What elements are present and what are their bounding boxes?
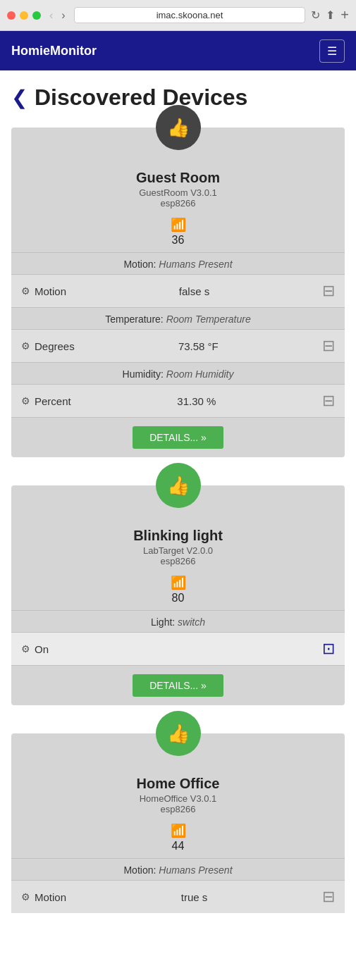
prop-name-motion-guest: Motion (35, 285, 66, 297)
details-btn-row-blinking: DETAILS... » (11, 665, 345, 705)
device-model-home-office: HomeOffice V3.0.1 (18, 793, 338, 804)
close-button[interactable] (7, 11, 16, 20)
device-header-blinking: Blinking light LabTarget V2.0.0 esp8266 (11, 521, 345, 571)
device-model-guest-room: GuestRoom V3.0.1 (18, 187, 338, 198)
section-em-temp-guest: Room Temperature (166, 314, 251, 325)
details-button-blinking[interactable]: DETAILS... » (133, 674, 223, 697)
device-chip-blinking: esp8266 (18, 556, 338, 566)
minimize-button[interactable] (20, 11, 28, 20)
thumbs-up-icon-blinking: 👍 (167, 475, 190, 497)
device-thumb-guest-room: 👍 (156, 105, 201, 150)
device-thumb-home-office: 👍 (156, 711, 201, 756)
traffic-lights (7, 11, 41, 20)
device-header-home-office: Home Office HomeOffice V3.0.1 esp8266 (11, 769, 345, 819)
fullscreen-button[interactable] (32, 11, 41, 20)
section-em-motion-office: Humans Present (159, 864, 232, 876)
device-thumb-blinking: 👍 (156, 463, 201, 508)
thumbs-up-icon-home-office: 👍 (167, 723, 190, 745)
new-tab-button[interactable]: + (340, 7, 349, 23)
device-model-blinking: LabTarget V2.0.0 (18, 545, 338, 556)
wifi-icon-blinking: 📶 (11, 575, 345, 590)
nav-buttons: ‹ › (47, 9, 68, 22)
prop-name-degrees-guest: Degrees (35, 340, 75, 352)
section-em-light-blinking: switch (178, 616, 205, 628)
prop-value-motion-guest: false s (179, 285, 209, 297)
prop-value-percent-guest: 31.30 % (177, 395, 216, 407)
page-content: ❮ Discovered Devices 👍 Guest Room GuestR… (0, 70, 356, 980)
device-card-home-office: 👍 Home Office HomeOffice V3.0.1 esp8266 … (11, 733, 345, 913)
prop-row-degrees-guest: ⚙ Degrees 73.58 °F ⊟ (11, 329, 345, 362)
device-name-guest-room: Guest Room (18, 170, 338, 186)
page-title: Discovered Devices (35, 85, 247, 111)
details-button-guest[interactable]: DETAILS... » (133, 426, 223, 449)
prop-row-motion-office: ⚙ Motion true s ⊟ (11, 880, 345, 913)
prop-left-on-blinking: ⚙ On (21, 643, 49, 655)
gear-icon-motion-guest[interactable]: ⚙ (21, 285, 30, 297)
toggle-motion-office[interactable]: ⊟ (322, 888, 335, 906)
prop-left-motion-guest: ⚙ Motion (21, 285, 66, 297)
gear-icon-on-blinking[interactable]: ⚙ (21, 643, 30, 655)
prop-left-percent-guest: ⚙ Percent (21, 395, 71, 407)
prop-row-percent-guest: ⚙ Percent 31.30 % ⊟ (11, 384, 345, 417)
device-card-blinking-light: 👍 Blinking light LabTarget V2.0.0 esp826… (11, 485, 345, 705)
section-label-temp-guest: Temperature: Room Temperature (11, 307, 345, 329)
signal-home-office: 44 (11, 840, 345, 852)
gear-icon-motion-office[interactable]: ⚙ (21, 891, 30, 903)
app-header: HomieMonitor ☰ (0, 31, 356, 70)
gear-icon-percent-guest[interactable]: ⚙ (21, 395, 30, 407)
device-header-guest-room: Guest Room GuestRoom V3.0.1 esp8266 (11, 163, 345, 213)
device-chip-home-office: esp8266 (18, 804, 338, 814)
back-button[interactable]: ‹ (47, 9, 56, 22)
section-label-humidity-guest: Humidity: Room Humidity (11, 362, 345, 384)
back-icon[interactable]: ❮ (11, 86, 27, 109)
browser-chrome: ‹ › imac.skoona.net ↻ ⬆ + (0, 0, 356, 31)
reload-button[interactable]: ↻ (311, 8, 320, 22)
toggle-percent-guest[interactable]: ⊟ (322, 392, 335, 410)
wifi-icon-guest-room: 📶 (11, 217, 345, 232)
section-em-motion-guest: Humans Present (159, 259, 232, 270)
hamburger-menu[interactable]: ☰ (319, 39, 345, 63)
prop-value-motion-office: true s (181, 891, 208, 903)
prop-row-motion-guest: ⚙ Motion false s ⊟ (11, 274, 345, 307)
prop-value-degrees-guest: 73.58 °F (178, 340, 219, 352)
gear-icon-degrees-guest[interactable]: ⚙ (21, 340, 30, 352)
section-em-humidity-guest: Room Humidity (166, 368, 234, 380)
toggle-motion-guest[interactable]: ⊟ (322, 282, 335, 300)
signal-guest-room: 36 (11, 234, 345, 247)
section-label-motion-guest: Motion: Humans Present (11, 252, 345, 274)
device-card-guest-room: 👍 Guest Room GuestRoom V3.0.1 esp8266 📶 … (11, 128, 345, 457)
prop-left-motion-office: ⚙ Motion (21, 891, 66, 903)
thumbs-up-icon: 👍 (167, 117, 190, 139)
prop-left-degrees-guest: ⚙ Degrees (21, 340, 75, 352)
share-button[interactable]: ⬆ (326, 8, 335, 22)
prop-name-motion-office: Motion (35, 891, 66, 903)
wifi-icon-home-office: 📶 (11, 823, 345, 838)
device-chip-guest-room: esp8266 (18, 198, 338, 209)
section-label-light-blinking: Light: switch (11, 610, 345, 632)
forward-button[interactable]: › (59, 9, 68, 22)
section-label-motion-office: Motion: Humans Present (11, 858, 345, 880)
details-btn-row-guest: DETAILS... » (11, 417, 345, 457)
device-name-home-office: Home Office (18, 776, 338, 792)
prop-name-percent-guest: Percent (35, 395, 71, 407)
toggle-on-blinking[interactable]: ⊡ (322, 640, 335, 658)
prop-name-on-blinking: On (35, 643, 49, 655)
url-bar[interactable]: imac.skoona.net (74, 7, 306, 23)
signal-blinking: 80 (11, 592, 345, 604)
app-title: HomieMonitor (11, 44, 97, 58)
toggle-degrees-guest[interactable]: ⊟ (322, 337, 335, 355)
prop-row-on-blinking: ⚙ On ⊡ (11, 632, 345, 665)
device-name-blinking: Blinking light (18, 528, 338, 544)
